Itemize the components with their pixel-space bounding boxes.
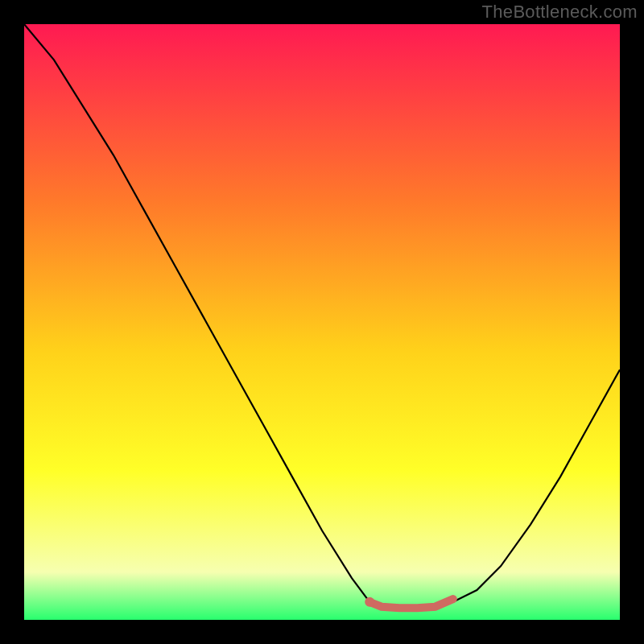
optimal-range-start-dot xyxy=(365,597,374,607)
plot-area xyxy=(24,24,620,620)
chart-frame: TheBottleneck.com xyxy=(0,0,644,644)
bottleneck-chart xyxy=(24,24,620,620)
watermark-text: TheBottleneck.com xyxy=(482,2,638,23)
